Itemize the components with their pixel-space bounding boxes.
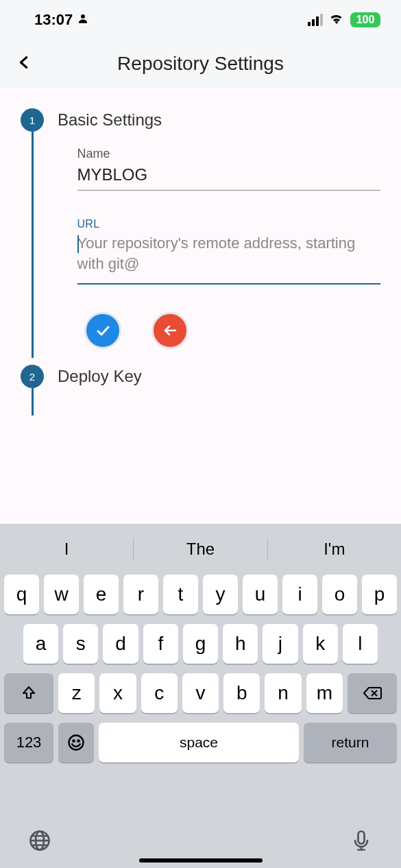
keyboard: I The I'm q w e r t y u i o p a s d f g … [0, 524, 401, 868]
name-field: Name [77, 147, 381, 191]
key-e[interactable]: e [84, 575, 119, 614]
url-placeholder-text: Your repository's remote address, starti… [77, 234, 356, 272]
suggestion-bar: I The I'm [0, 529, 401, 569]
status-left: 13:07 [34, 11, 89, 29]
url-label: URL [77, 218, 381, 230]
name-input[interactable] [77, 164, 381, 191]
step-badge-2: 2 [21, 365, 44, 388]
person-icon [77, 11, 89, 29]
key-p[interactable]: p [362, 575, 397, 614]
numbers-key[interactable]: 123 [4, 723, 53, 762]
step-deploy-title: Deploy Key [58, 367, 142, 386]
suggestion-1[interactable]: I [0, 540, 133, 559]
key-m[interactable]: m [306, 673, 343, 713]
key-i[interactable]: i [282, 575, 317, 614]
step-basic-title: Basic Settings [58, 110, 162, 130]
key-row-2: a s d f g h j k l [4, 624, 397, 664]
back-button[interactable] [16, 52, 32, 75]
backspace-key[interactable] [348, 673, 397, 713]
return-key[interactable]: return [304, 723, 397, 762]
key-t[interactable]: t [163, 575, 198, 614]
status-time: 13:07 [34, 11, 73, 29]
cancel-button[interactable] [151, 312, 189, 349]
svg-point-0 [81, 14, 85, 19]
page-title: Repository Settings [117, 53, 284, 75]
status-right: 100 [308, 10, 380, 29]
step-basic-body: Name URL Your repository's remote addres… [21, 132, 380, 358]
key-row-3: z x c v b n m [4, 673, 397, 713]
key-rows: q w e r t y u i o p a s d f g h j k l z [0, 569, 401, 762]
url-input[interactable]: Your repository's remote address, starti… [77, 233, 381, 285]
confirm-button[interactable] [84, 312, 121, 349]
name-label: Name [77, 147, 381, 161]
cellular-icon [308, 14, 323, 26]
step-connector-line-2 [32, 388, 34, 415]
key-j[interactable]: j [263, 624, 297, 664]
key-z[interactable]: z [58, 673, 95, 713]
key-h[interactable]: h [223, 624, 258, 664]
key-u[interactable]: u [243, 575, 278, 614]
svg-point-5 [73, 740, 74, 742]
step-deploy-header: 2 Deploy Key [21, 365, 380, 388]
key-s[interactable]: s [63, 624, 98, 664]
shift-key[interactable] [4, 673, 53, 713]
wifi-icon [328, 10, 345, 29]
emoji-key[interactable] [58, 723, 94, 762]
key-d[interactable]: d [103, 624, 138, 664]
key-c[interactable]: c [141, 673, 178, 713]
step-basic-header: 1 Basic Settings [21, 108, 380, 132]
svg-rect-10 [359, 832, 365, 844]
key-n[interactable]: n [265, 673, 301, 713]
svg-point-6 [77, 740, 79, 742]
key-row-1: q w e r t y u i o p [4, 575, 397, 614]
step-badge-1: 1 [21, 108, 44, 132]
svg-point-4 [69, 736, 84, 750]
key-y[interactable]: y [203, 575, 238, 614]
key-a[interactable]: a [23, 624, 58, 664]
battery-indicator: 100 [350, 12, 380, 27]
text-cursor [77, 235, 79, 253]
globe-icon[interactable] [27, 828, 52, 856]
key-f[interactable]: f [143, 624, 178, 664]
space-key[interactable]: space [99, 723, 299, 762]
key-g[interactable]: g [183, 624, 218, 664]
content-area: 1 Basic Settings Name URL Your repositor… [0, 88, 401, 524]
key-l[interactable]: l [343, 624, 378, 664]
home-indicator[interactable] [139, 858, 263, 863]
key-v[interactable]: v [182, 673, 219, 713]
suggestion-2[interactable]: The [134, 540, 267, 559]
url-field: URL Your repository's remote address, st… [77, 218, 381, 285]
key-row-4: 123 space return [4, 723, 397, 762]
key-w[interactable]: w [44, 575, 79, 614]
keyboard-bottom-row [0, 828, 401, 856]
key-b[interactable]: b [223, 673, 260, 713]
mic-icon[interactable] [349, 828, 374, 856]
key-r[interactable]: r [123, 575, 158, 614]
key-o[interactable]: o [322, 575, 357, 614]
status-bar: 13:07 100 [0, 0, 401, 40]
key-q[interactable]: q [4, 575, 39, 614]
suggestion-3[interactable]: I'm [268, 540, 401, 559]
key-k[interactable]: k [303, 624, 338, 664]
action-row [77, 312, 381, 349]
nav-bar: Repository Settings [0, 40, 401, 88]
key-x[interactable]: x [99, 673, 136, 713]
